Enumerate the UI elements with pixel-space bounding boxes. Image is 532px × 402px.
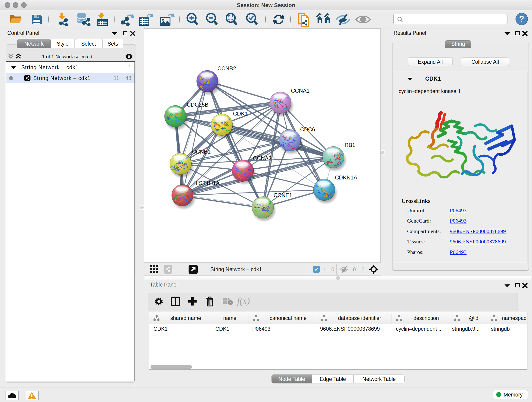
- svg-text:CCNB2: CCNB2: [217, 65, 236, 71]
- svg-text:CDC6: CDC6: [300, 126, 315, 133]
- svg-text:CDC25B: CDC25B: [187, 102, 209, 108]
- svg-text:RB1: RB1: [345, 142, 355, 148]
- svg-text:CDK1: CDK1: [233, 110, 248, 117]
- svg-text:CCNE1: CCNE1: [273, 192, 292, 198]
- svg-text:CCNA2: CCNA2: [253, 155, 272, 161]
- svg-text:CCNA1: CCNA1: [291, 88, 310, 94]
- svg-text:HIST1H1A: HIST1H1A: [193, 180, 220, 186]
- svg-text:?: ?: [519, 14, 524, 24]
- svg-text:CDKN1A: CDKN1A: [335, 174, 357, 181]
- svg-text:CCNB1: CCNB1: [192, 148, 210, 155]
